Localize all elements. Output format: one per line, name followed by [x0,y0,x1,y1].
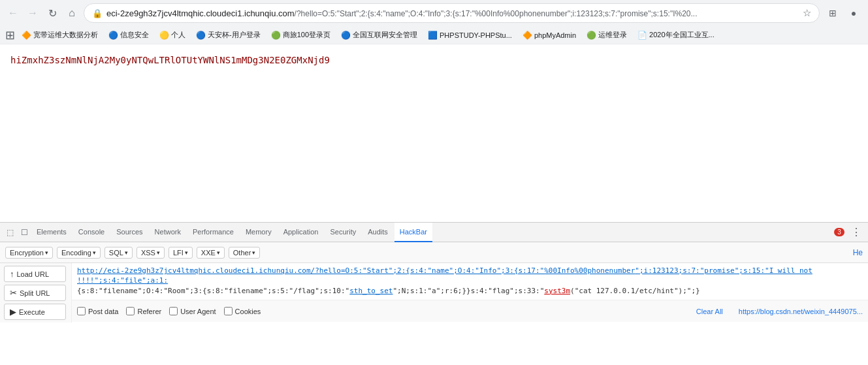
devtools-more-button[interactable]: ⋮ [847,225,865,240]
bookmark-icon-xinxi: 🔵 [108,31,118,40]
cookies-label: Cookies [235,308,261,315]
hackbar-buttons: ↑ Load URL ✂ Split URL ▶ Execute [0,263,72,323]
tab-elements[interactable]: Elements [31,223,72,242]
bookmark-star-button[interactable]: ☆ [803,7,811,19]
bookmark-icon-geren: 🟡 [159,31,169,40]
bookmark-icon-yunwei: 🟢 [587,31,596,40]
xss-dropdown[interactable]: XSS ▾ [137,247,165,259]
encryption-caret: ▾ [45,249,48,256]
lfi-caret: ▾ [185,249,188,256]
apps-icon[interactable]: ⊞ [5,28,15,42]
load-url-button[interactable]: ↑ Load URL [4,266,66,282]
tab-network[interactable]: Network [150,223,186,242]
lfi-label: LFI [173,249,184,257]
lock-icon: 🔒 [92,8,103,18]
bookmark-yunwei[interactable]: 🟢 运维登录 [583,29,631,41]
bookmark-xinxi[interactable]: 🔵 信息安全 [104,29,153,41]
split-url-icon: ✂ [10,288,17,298]
bookmark-phpstudy[interactable]: 🟦 PHPSTUDY-PHPStu... [424,29,516,41]
tab-hackbar[interactable]: HackBar [394,223,432,242]
url-display[interactable]: http://eci-2ze9gh3z7jcv4ltmqhic.cloudeci… [72,263,868,300]
bookmark-2020[interactable]: 📄 2020年全国工业互... [634,29,718,41]
bookmark-tianan[interactable]: 🔵 天安杯-用户登录 [192,29,265,41]
bookmark-icon-tianan: 🔵 [196,31,206,40]
devtools-tabs: ⬚ ☐ Elements Console Sources Network Per… [0,223,868,242]
url-text-blue: http://eci-2ze9gh3z7jcv4ltmqhic.cloudeci… [77,266,812,285]
bookmark-icon-quanguo: 🔵 [341,31,351,40]
xxe-caret: ▾ [217,249,220,256]
encoding-label: Encoding [61,249,91,257]
sql-caret: ▾ [125,249,128,256]
address-bar[interactable]: 🔒 eci-2ze9gh3z7jcv4ltmqhic.cloudeci1.ich… [84,3,820,23]
sql-dropdown[interactable]: SQL ▾ [104,247,133,259]
tab-memory[interactable]: Memory [240,223,277,242]
xss-caret: ▾ [157,249,160,256]
bookmark-quanguo[interactable]: 🔵 全国互联网安全管理 [337,29,421,41]
user-agent-checkbox-label[interactable]: User Agent [169,307,216,315]
user-agent-label: User Agent [180,308,216,315]
encryption-dropdown[interactable]: Encryption ▾ [5,247,53,259]
bookmark-kuandai[interactable]: 🔶 宽带运维大数据分析 [18,29,102,41]
hackbar-footer: Post data Referer User Agent Cookies Cle… [72,300,868,322]
post-data-checkbox[interactable] [77,307,86,315]
sql-label: SQL [109,249,123,257]
devtools-panel: ⬚ ☐ Elements Console Sources Network Per… [0,222,868,365]
extra-icons: ⊞ ● [824,4,863,22]
cookies-checkbox-label[interactable]: Cookies [224,307,261,315]
extensions-button[interactable]: ⊞ [824,4,842,22]
post-data-checkbox-label[interactable]: Post data [77,307,118,315]
page-text: hiZmxhZ3szNmNlNjA2My0yNTQwLTRlOTUtYWNlNS… [10,55,858,65]
tab-audits[interactable]: Audits [362,223,393,242]
bookmark-icon-kuandai: 🔶 [22,31,31,40]
encryption-label: Encryption [10,249,44,257]
bookmark-shanglv[interactable]: 🟢 商旅100登录页 [267,29,334,41]
referer-label: Referer [137,308,161,315]
referer-checkbox[interactable] [126,307,135,315]
xxe-dropdown[interactable]: XXE ▾ [197,247,225,259]
hackbar-url-area: http://eci-2ze9gh3z7jcv4ltmqhic.cloudeci… [72,263,868,323]
execute-label: Execute [19,308,45,316]
page-content: hiZmxhZ3szNmNlNjA2My0yNTQwLTRlOTUtYWNlNS… [0,44,868,222]
forward-button[interactable]: → [25,5,40,21]
hackbar-content: ↑ Load URL ✂ Split URL ▶ Execute http://… [0,263,868,323]
tab-sources[interactable]: Sources [111,223,148,242]
nav-bar: ← → ↻ ⌂ 🔒 eci-2ze9gh3z7jcv4ltmqhic.cloud… [0,0,868,26]
devtools-tab-right: 3 ⋮ [834,225,865,240]
devtools-tab-section: Elements Console Sources Network Perform… [31,223,432,242]
split-url-button[interactable]: ✂ Split URL [4,285,66,301]
url-path: /?hello=O:5:"Start";2:{s:4:"name";O:4:"I… [295,9,698,18]
home-button[interactable]: ⌂ [64,5,80,21]
tab-application[interactable]: Application [278,223,324,242]
other-caret: ▾ [252,249,255,256]
encoding-dropdown[interactable]: Encoding ▾ [57,247,101,259]
tab-security[interactable]: Security [325,223,361,242]
other-label: Other [233,249,251,257]
address-text: eci-2ze9gh3z7jcv4ltmqhic.cloudeci1.ichun… [106,8,799,18]
execute-button[interactable]: ▶ Execute [4,304,66,320]
bookmark-phpmyadmin[interactable]: 🔶 phpMyAdmin [519,29,580,41]
tab-console[interactable]: Console [73,223,110,242]
user-agent-checkbox[interactable] [169,307,178,315]
tab-performance[interactable]: Performance [187,223,239,242]
post-data-label: Post data [88,308,118,315]
hackbar-toolbar: Encryption ▾ Encoding ▾ SQL ▾ XSS ▾ LFI … [0,242,868,263]
load-url-icon: ↑ [10,269,14,279]
bookmark-geren[interactable]: 🟡 个人 [155,29,189,41]
back-button[interactable]: ← [5,5,21,21]
bookmark-icon-phpmyadmin: 🔶 [522,31,532,40]
hackbar-help[interactable]: He [853,248,863,257]
other-dropdown[interactable]: Other ▾ [229,247,261,259]
profile-button[interactable]: ● [844,4,863,22]
bookmark-icon-2020: 📄 [637,31,647,40]
hackbar-status-url: https://blog.csdn.net/weixin_4449075... [739,308,863,315]
reload-button[interactable]: ↻ [44,5,60,21]
inspect-element-button[interactable]: ⬚ [3,225,17,240]
device-toggle-button[interactable]: ☐ [17,225,31,240]
clear-all-button[interactable]: Clear All [694,306,726,317]
cookies-checkbox[interactable] [224,307,233,315]
referer-checkbox-label[interactable]: Referer [126,307,161,315]
execute-icon: ▶ [10,307,16,317]
url-text-line2: {s:8:"filename";O:4:"Room";3:{s:8:"filen… [77,287,700,295]
error-badge: 3 [834,228,844,236]
lfi-dropdown[interactable]: LFI ▾ [169,247,193,259]
